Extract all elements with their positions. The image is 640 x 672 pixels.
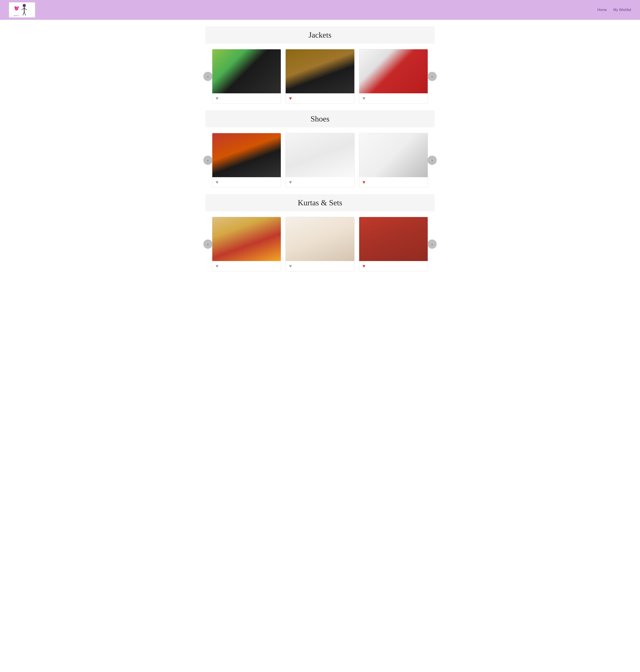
jackets-carousel: ‹ ♥ ♥ ♥ [205,49,435,104]
jackets-section: Jackets ‹ ♥ ♥ [205,26,435,104]
kurta-card-2: ♥ [286,217,354,271]
kurtas-section: Kurtas & Sets ‹ ♥ ♥ [205,194,435,271]
shoe2-wishlist-btn[interactable]: ♥ [289,180,292,185]
shoe-card-3: ♥ [359,133,428,188]
svg-line-3 [24,8,27,10]
shoe3-footer: ♥ [359,177,428,187]
kurtas-section-header: Kurtas & Sets [205,194,435,211]
logo-image: Marley's FASHION [13,3,31,16]
kurta3-wishlist-btn[interactable]: ♥ [363,264,365,269]
shoes-section: Shoes ‹ ♥ ♥ [205,110,435,188]
jacket1-wishlist-btn[interactable]: ♥ [216,96,218,101]
shoes-next-btn[interactable]: › [427,155,437,165]
jacket-card-1: ♥ [212,49,281,104]
jacket3-wishlist-btn[interactable]: ♥ [363,96,365,101]
kurta1-wishlist-btn[interactable]: ♥ [216,264,218,269]
jackets-items: ♥ ♥ ♥ [205,49,435,104]
nav-home[interactable]: Home [597,8,607,12]
svg-line-2 [21,8,24,10]
shoes-items: ♥ ♥ ♥ [205,133,435,188]
shoe2-image [286,133,354,177]
kurta-card-1: ♥ [212,217,281,271]
kurta3-footer: ♥ [359,261,428,271]
kurta2-image [286,217,354,261]
svg-point-0 [23,4,26,7]
shoe-card-1: ♥ [212,133,281,188]
shoes-prev-btn[interactable]: ‹ [203,155,213,165]
jackets-title: Jackets [205,30,435,40]
shoes-section-header: Shoes [205,110,435,128]
site-header: Marley's FASHION Home My Wishlist [0,0,640,20]
svg-point-8 [17,6,19,9]
jackets-section-header: Jackets [205,26,435,44]
svg-text:Marley's: Marley's [14,15,19,16]
kurta3-image [359,217,428,261]
shoe3-image [359,133,428,177]
shoes-carousel: ‹ ♥ ♥ ♥ [205,133,435,188]
shoes-title: Shoes [205,114,435,123]
jacket-card-3: ♥ [359,49,428,104]
svg-line-5 [24,12,26,15]
shoe2-footer: ♥ [286,177,354,187]
kurtas-title: Kurtas & Sets [205,198,435,207]
jacket3-image [359,49,428,93]
jackets-prev-btn[interactable]: ‹ [203,72,213,81]
jacket-card-2: ♥ [286,49,354,104]
logo-box: Marley's FASHION [9,2,35,18]
kurta1-footer: ♥ [212,261,281,271]
kurta-card-3: ♥ [359,217,428,271]
logo-area: Marley's FASHION [9,2,35,18]
shoe1-footer: ♥ [212,177,281,187]
jackets-next-btn[interactable]: › [427,72,437,81]
kurta2-wishlist-btn[interactable]: ♥ [289,264,292,269]
kurta2-footer: ♥ [286,261,354,271]
shoe-card-2: ♥ [286,133,354,188]
jacket1-footer: ♥ [212,93,281,103]
kurtas-items: ♥ ♥ ♥ [205,217,435,271]
jacket2-footer: ♥ [286,93,354,103]
jacket2-wishlist-btn[interactable]: ♥ [289,96,292,101]
kurtas-prev-btn[interactable]: ‹ [203,239,213,249]
jacket1-image [212,49,281,93]
main-nav: Home My Wishlist [597,8,631,12]
kurtas-carousel: ‹ ♥ ♥ ♥ [205,217,435,271]
shoe1-wishlist-btn[interactable]: ♥ [216,180,218,185]
shoe3-wishlist-btn[interactable]: ♥ [363,180,365,185]
main-content: Jackets ‹ ♥ ♥ [201,26,439,271]
nav-wishlist[interactable]: My Wishlist [613,8,631,12]
kurtas-next-btn[interactable]: › [427,239,437,249]
jacket2-image [286,49,354,93]
jacket3-footer: ♥ [359,93,428,103]
svg-line-4 [23,12,24,15]
shoe1-image [212,133,281,177]
kurta1-image [212,217,281,261]
svg-point-7 [14,6,16,9]
